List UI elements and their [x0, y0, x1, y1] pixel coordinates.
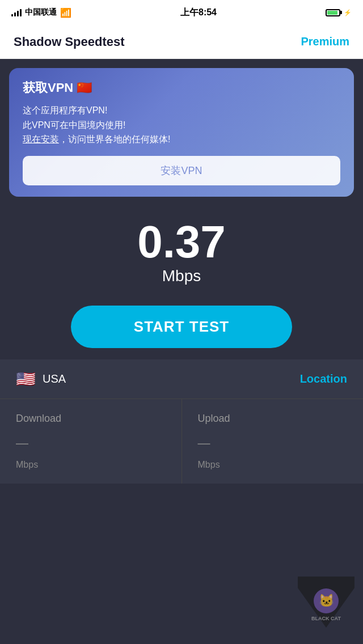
status-right: ⚡	[326, 9, 352, 16]
watermark: 🐱 BLACK CAT	[295, 574, 357, 633]
download-label: Download	[16, 413, 166, 425]
vpn-banner-desc: 这个应用程序有VPN! 此VPN可在中国境内使用! 现在安装，访问世界各地的任何…	[23, 103, 340, 147]
speed-section: 0.37 Mbps	[0, 206, 363, 294]
download-col: Download — Mbps	[0, 399, 182, 484]
upload-unit: Mbps	[198, 460, 348, 470]
wifi-icon: 📶	[60, 7, 71, 18]
download-dash: —	[16, 436, 166, 451]
bottom-section: 🇺🇸 USA Location Download — Mbps Upload —…	[0, 359, 363, 484]
app-title: Shadow Speedtest	[14, 35, 125, 49]
battery-fill	[327, 11, 337, 15]
vpn-banner-title: 获取VPN 🇨🇳	[23, 79, 340, 96]
speed-value: 0.37	[0, 219, 363, 265]
svg-text:BLACK CAT: BLACK CAT	[311, 616, 341, 621]
location-button[interactable]: Location	[300, 372, 347, 385]
server-row: 🇺🇸 USA Location	[0, 359, 363, 399]
status-bar: 中国联通 📶 上午8:54 ⚡	[0, 0, 363, 25]
app-header: Shadow Speedtest Premium	[0, 25, 363, 59]
vpn-desc-line2: 此VPN可在中国境内使用!	[23, 120, 125, 130]
vpn-banner: 获取VPN 🇨🇳 这个应用程序有VPN! 此VPN可在中国境内使用! 现在安装，…	[9, 68, 354, 197]
download-unit: Mbps	[16, 460, 166, 470]
start-test-button[interactable]: START TEST	[71, 306, 292, 348]
vpn-desc-line1: 这个应用程序有VPN!	[23, 105, 107, 115]
speed-unit: Mbps	[0, 267, 363, 285]
upload-col: Upload — Mbps	[182, 399, 364, 484]
country-flag: 🇺🇸	[16, 370, 36, 388]
vpn-desc-line3-part1: 现在安装	[23, 134, 59, 144]
signal-icon	[11, 9, 22, 16]
battery-icon	[326, 9, 340, 16]
upload-label: Upload	[198, 413, 348, 425]
install-vpn-button[interactable]: 安装VPN	[23, 156, 340, 185]
stats-section: Download — Mbps Upload — Mbps	[0, 399, 363, 484]
vpn-desc-line3-part2: ，访问世界各地的任何媒体!	[59, 134, 170, 144]
premium-button[interactable]: Premium	[301, 35, 349, 48]
svg-text:🐱: 🐱	[319, 593, 335, 608]
upload-dash: —	[198, 436, 348, 451]
country-name: USA	[43, 372, 66, 385]
status-left: 中国联通 📶	[11, 7, 71, 18]
status-time: 上午8:54	[180, 7, 217, 19]
server-info: 🇺🇸 USA	[16, 370, 66, 388]
watermark-svg: 🐱 BLACK CAT	[295, 574, 357, 630]
carrier-name: 中国联通	[25, 7, 57, 18]
charge-icon: ⚡	[344, 9, 352, 16]
